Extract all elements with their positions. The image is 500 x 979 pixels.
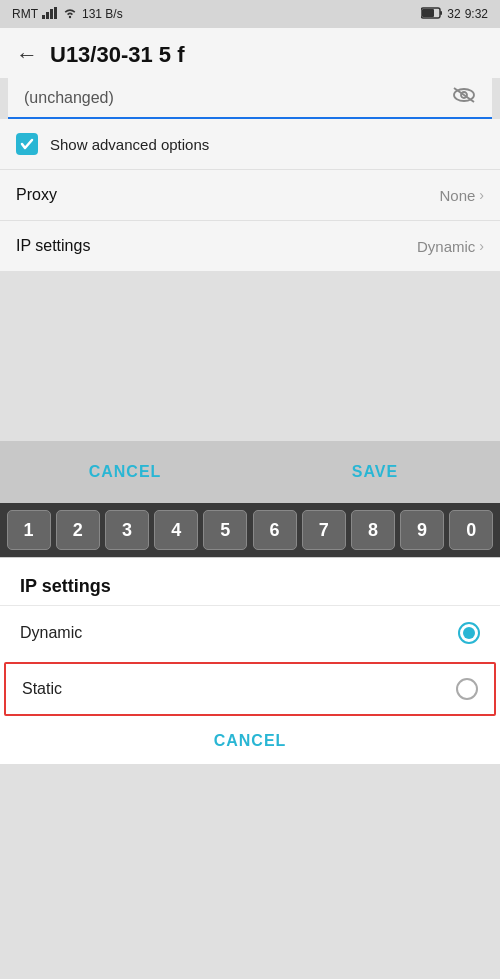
svg-point-4 (69, 15, 71, 17)
dynamic-radio-inner (463, 627, 475, 639)
ip-option-static[interactable]: Static (4, 662, 496, 716)
data-speed: 131 B/s (82, 7, 123, 21)
password-input[interactable] (24, 89, 452, 107)
key-7[interactable]: 7 (302, 510, 346, 550)
svg-rect-1 (46, 12, 49, 19)
empty-space (0, 271, 500, 441)
back-button[interactable]: ← (16, 42, 38, 68)
key-4[interactable]: 4 (154, 510, 198, 550)
battery-icon (421, 7, 443, 22)
svg-rect-6 (440, 11, 442, 15)
header: ← U13/30-31 5 f (0, 28, 500, 78)
proxy-chevron-icon: › (479, 187, 484, 203)
bottom-cancel-button[interactable]: CANCEL (214, 732, 287, 750)
status-bar: RMT 131 B/s 32 9:32 (0, 0, 500, 28)
save-button[interactable]: SAVE (250, 441, 500, 503)
cancel-button[interactable]: CANCEL (0, 441, 250, 503)
dynamic-radio-selected[interactable] (458, 622, 480, 644)
advanced-options-label: Show advanced options (50, 136, 209, 153)
action-buttons: CANCEL SAVE (0, 441, 500, 503)
ip-settings-value: Dynamic › (417, 238, 484, 255)
svg-rect-0 (42, 15, 45, 19)
ip-settings-chevron-icon: › (479, 238, 484, 254)
proxy-value: None › (439, 187, 484, 204)
status-right: 32 9:32 (421, 7, 488, 22)
proxy-label: Proxy (16, 186, 57, 204)
signal-icon (42, 7, 58, 22)
wifi-icon (62, 7, 78, 22)
toggle-password-visibility-icon[interactable] (452, 86, 476, 109)
advanced-options-row[interactable]: Show advanced options (0, 119, 500, 169)
numeric-keyboard: 1 2 3 4 5 6 7 8 9 0 (0, 503, 500, 557)
proxy-row[interactable]: Proxy None › (0, 169, 500, 220)
ip-option-dynamic[interactable]: Dynamic (0, 605, 500, 660)
ip-settings-dropdown: IP settings Dynamic Static CANCEL (0, 557, 500, 764)
bottom-cancel-row: CANCEL (0, 718, 500, 764)
key-2[interactable]: 2 (56, 510, 100, 550)
page-title: U13/30-31 5 f (50, 42, 185, 68)
svg-rect-7 (422, 9, 434, 17)
password-field-row (8, 78, 492, 119)
battery-percent: 32 (447, 7, 460, 21)
ip-settings-dropdown-title: IP settings (0, 558, 500, 605)
ip-settings-row[interactable]: IP settings Dynamic › (0, 220, 500, 271)
advanced-options-checkbox[interactable] (16, 133, 38, 155)
key-0[interactable]: 0 (449, 510, 493, 550)
key-8[interactable]: 8 (351, 510, 395, 550)
key-5[interactable]: 5 (203, 510, 247, 550)
key-1[interactable]: 1 (7, 510, 51, 550)
status-left: RMT 131 B/s (12, 7, 123, 22)
svg-rect-2 (50, 9, 53, 19)
ip-option-dynamic-label: Dynamic (20, 624, 82, 642)
key-9[interactable]: 9 (400, 510, 444, 550)
time-display: 9:32 (465, 7, 488, 21)
ip-settings-label: IP settings (16, 237, 90, 255)
ip-option-static-label: Static (22, 680, 62, 698)
carrier-text: RMT (12, 7, 38, 21)
key-6[interactable]: 6 (253, 510, 297, 550)
key-3[interactable]: 3 (105, 510, 149, 550)
svg-rect-3 (54, 7, 57, 19)
static-radio-unselected[interactable] (456, 678, 478, 700)
